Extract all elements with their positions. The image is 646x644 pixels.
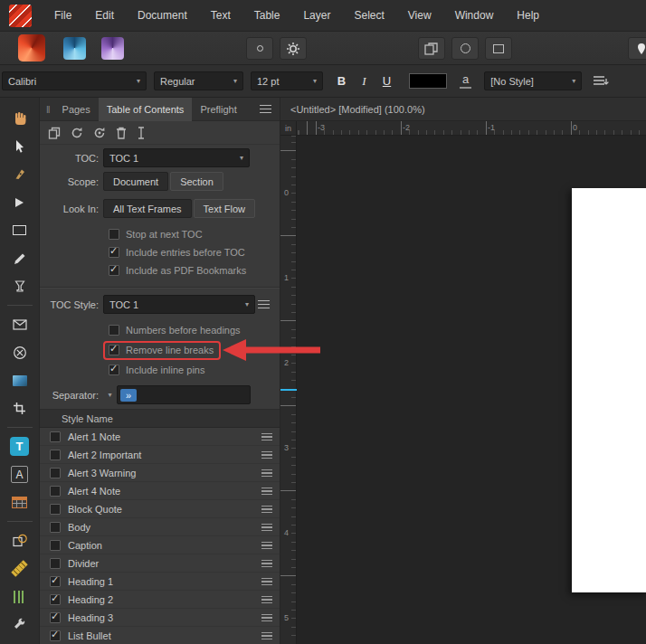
include-entries-before-toc-checkbox[interactable] bbox=[109, 247, 119, 258]
paragraph-style-select[interactable]: [No Style] ▾ bbox=[484, 71, 582, 90]
pages-button[interactable] bbox=[418, 37, 445, 60]
style-row[interactable]: Divider bbox=[40, 554, 280, 573]
designer-app-icon[interactable] bbox=[63, 37, 86, 60]
menu-layer[interactable]: Layer bbox=[291, 9, 342, 22]
style-checkbox[interactable] bbox=[50, 594, 61, 605]
dot-options-button[interactable] bbox=[246, 37, 273, 60]
style-row-menu-icon[interactable] bbox=[261, 433, 272, 440]
look-in-all-text-frames-button[interactable]: All Text Frames bbox=[103, 199, 192, 218]
include-inline-pins-checkbox[interactable] bbox=[109, 365, 119, 375]
style-checkbox[interactable] bbox=[50, 576, 61, 587]
style-row-menu-icon[interactable] bbox=[261, 524, 272, 531]
style-checkbox[interactable] bbox=[50, 522, 61, 533]
toc-style-menu-icon[interactable] bbox=[258, 300, 270, 308]
toc-style-select[interactable]: TOC 1 ▾ bbox=[103, 295, 255, 314]
pin-button[interactable] bbox=[628, 37, 646, 60]
style-row[interactable]: Alert 2 Important bbox=[40, 446, 280, 464]
style-checkbox[interactable] bbox=[50, 450, 61, 460]
shape-tool[interactable] bbox=[4, 526, 36, 554]
font-weight-select[interactable]: Regular ▾ bbox=[154, 71, 243, 90]
style-checkbox[interactable] bbox=[50, 504, 61, 515]
style-checkbox[interactable] bbox=[50, 431, 61, 442]
style-row-menu-icon[interactable] bbox=[261, 578, 272, 585]
menu-select[interactable]: Select bbox=[342, 9, 395, 22]
menu-text[interactable]: Text bbox=[199, 9, 242, 22]
fill-tool[interactable] bbox=[4, 272, 36, 300]
view-hand-tool[interactable] bbox=[4, 104, 36, 132]
duplicate-toc-button[interactable] bbox=[48, 127, 61, 139]
canvas-area[interactable]: <Untitled> [Modified] (100.0%) in -3 -2 … bbox=[280, 98, 646, 644]
style-checkbox[interactable] bbox=[50, 612, 61, 623]
style-row-menu-icon[interactable] bbox=[261, 488, 272, 495]
style-row[interactable]: Caption bbox=[40, 536, 280, 554]
transparency-tool[interactable] bbox=[4, 338, 36, 366]
look-in-text-flow-button[interactable]: Text Flow bbox=[194, 199, 255, 218]
style-row[interactable]: List Bullet bbox=[40, 627, 280, 644]
move-tool[interactable] bbox=[4, 132, 36, 160]
horizontal-ruler[interactable]: -3 -2 -1 0 bbox=[297, 121, 646, 136]
frame-button[interactable] bbox=[485, 37, 512, 60]
style-row-menu-icon[interactable] bbox=[261, 560, 272, 567]
utilities-tool[interactable] bbox=[4, 611, 36, 639]
frame-text-tool[interactable] bbox=[4, 432, 36, 460]
style-row[interactable]: Heading 1 bbox=[40, 573, 280, 591]
menu-window[interactable]: Window bbox=[443, 9, 506, 22]
paragraph-panel-icon[interactable] bbox=[593, 75, 610, 88]
bold-button[interactable]: B bbox=[330, 71, 353, 92]
vertical-ruler[interactable]: 0 1 2 3 4 5 bbox=[280, 136, 297, 644]
style-checkbox[interactable] bbox=[50, 540, 61, 551]
style-row[interactable]: Body bbox=[40, 518, 280, 536]
menu-edit[interactable]: Edit bbox=[83, 9, 126, 22]
style-row[interactable]: Alert 4 Note bbox=[40, 482, 280, 500]
update-all-toc-button[interactable] bbox=[93, 127, 106, 139]
style-row-menu-icon[interactable] bbox=[261, 542, 272, 549]
artistic-text-tool[interactable] bbox=[4, 460, 36, 488]
ruler-tool[interactable] bbox=[4, 554, 36, 582]
stop-at-next-toc-checkbox[interactable] bbox=[109, 229, 119, 240]
toc-select[interactable]: TOC 1 ▾ bbox=[103, 148, 250, 167]
character-color-button[interactable]: a bbox=[460, 73, 471, 89]
remove-line-breaks-checkbox[interactable] bbox=[109, 345, 119, 355]
panel-menu-icon[interactable] bbox=[260, 105, 271, 113]
separator-preset-select[interactable]: ▾ bbox=[103, 386, 117, 403]
insert-tool[interactable] bbox=[4, 188, 36, 216]
settings-gear-button[interactable] bbox=[280, 37, 307, 60]
style-row-menu-icon[interactable] bbox=[261, 614, 272, 621]
envelope-tool[interactable] bbox=[4, 310, 36, 338]
style-row-menu-icon[interactable] bbox=[261, 596, 272, 603]
scope-section-button[interactable]: Section bbox=[170, 172, 223, 191]
tab-pages[interactable]: Pages bbox=[54, 98, 99, 121]
fields-tool[interactable] bbox=[4, 582, 36, 611]
panel-grip-icon[interactable]: ‖ bbox=[40, 104, 54, 115]
style-row-menu-icon[interactable] bbox=[261, 469, 272, 477]
style-checkbox[interactable] bbox=[50, 630, 61, 641]
style-row-menu-icon[interactable] bbox=[261, 506, 272, 513]
frame-tool[interactable] bbox=[4, 216, 36, 244]
style-row[interactable]: Heading 3 bbox=[40, 609, 280, 627]
table-tool[interactable] bbox=[4, 488, 36, 516]
picture-frame-tool[interactable] bbox=[4, 366, 36, 394]
menu-document[interactable]: Document bbox=[126, 9, 199, 22]
style-row-menu-icon[interactable] bbox=[261, 632, 272, 639]
vector-crop-tool[interactable] bbox=[4, 394, 36, 422]
style-row[interactable]: Block Quote bbox=[40, 500, 280, 518]
underline-button[interactable]: U bbox=[375, 71, 398, 92]
scope-document-button[interactable]: Document bbox=[103, 172, 168, 191]
include-as-pdf-bookmarks-checkbox[interactable] bbox=[109, 265, 119, 276]
font-size-select[interactable]: 12 pt ▾ bbox=[251, 71, 323, 90]
pen-tool[interactable] bbox=[4, 160, 36, 188]
style-checkbox[interactable] bbox=[50, 486, 61, 497]
menu-file[interactable]: File bbox=[43, 9, 83, 22]
numbers-before-headings-checkbox[interactable] bbox=[109, 325, 119, 336]
menu-view[interactable]: View bbox=[396, 9, 443, 22]
style-checkbox[interactable] bbox=[50, 468, 61, 478]
style-row[interactable]: Alert 1 Note bbox=[40, 428, 280, 446]
style-checkbox[interactable] bbox=[50, 558, 61, 569]
photo-app-icon[interactable] bbox=[101, 37, 124, 60]
document-page[interactable] bbox=[572, 188, 646, 592]
tab-table-of-contents[interactable]: Table of Contents bbox=[99, 98, 193, 121]
publisher-app-icon[interactable] bbox=[18, 34, 45, 62]
italic-button[interactable]: I bbox=[353, 71, 375, 92]
delete-toc-button[interactable] bbox=[116, 127, 127, 139]
tab-preflight[interactable]: Preflight bbox=[192, 98, 244, 121]
